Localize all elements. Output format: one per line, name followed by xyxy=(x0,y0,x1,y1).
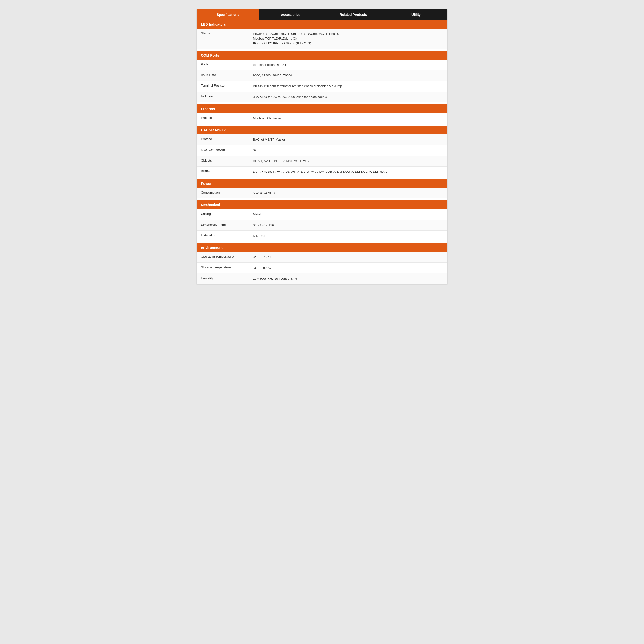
spec-value: Modbus TCP Server xyxy=(249,113,447,124)
section-header-environment: Environment xyxy=(197,243,447,252)
spec-row: ProtocolBACnet MS/TP Master xyxy=(197,134,447,145)
spec-row: ObjectsAI, AO, AV, BI, BO, BV, MSI, MSO,… xyxy=(197,156,447,167)
spec-row: ProtocolModbus TCP Server xyxy=(197,113,447,124)
spec-label: Humidity xyxy=(197,273,249,284)
section-gap xyxy=(197,241,447,243)
spec-value: -30 ~ +80 °C xyxy=(249,263,447,273)
spec-value: BACnet MS/TP Master xyxy=(249,134,447,145)
spec-row: BIBBsDS-RP-A, DS-RPM-A, DS-WP-A, DS-WPM-… xyxy=(197,167,447,177)
spec-value: 33 x 120 x 116 xyxy=(249,220,447,230)
section-header-led-indicators: LED Indicators xyxy=(197,20,447,29)
spec-row: Humidity10 ~ 90% RH, Non-condensing xyxy=(197,273,447,284)
spec-label: Dimensions (mm) xyxy=(197,220,249,230)
section-gap xyxy=(197,198,447,200)
spec-value: Built-in 120 ohm terminator resistor, en… xyxy=(249,81,447,91)
specs-content: LED IndicatorsStatusPower (1), BACnet MS… xyxy=(197,20,447,284)
main-container: SpecificationsAccessoriesRelated Product… xyxy=(197,9,447,284)
spec-row: Baud Rate9600, 19200, 38400, 76800 xyxy=(197,70,447,81)
tab-specifications[interactable]: Specifications xyxy=(197,9,259,20)
spec-value: 10 ~ 90% RH, Non-condensing xyxy=(249,273,447,284)
spec-label: Max. Connection xyxy=(197,145,249,155)
section-gap xyxy=(197,124,447,126)
tab-bar: SpecificationsAccessoriesRelated Product… xyxy=(197,9,447,20)
spec-label: Storage Temperature xyxy=(197,263,249,273)
spec-value: DS-RP-A, DS-RPM-A, DS-WP-A, DS-WPM-A, DM… xyxy=(249,167,447,177)
section-header-ethernet: Ethernet xyxy=(197,104,447,113)
spec-label: Protocol xyxy=(197,113,249,124)
tab-related-products[interactable]: Related Products xyxy=(322,9,385,20)
spec-label: Protocol xyxy=(197,134,249,145)
spec-value: 9600, 19200, 38400, 76800 xyxy=(249,70,447,81)
spec-label: Objects xyxy=(197,156,249,166)
spec-label: Ports xyxy=(197,60,249,70)
spec-value: Power (1), BACnet MS/TP Status (1), BACn… xyxy=(249,29,447,49)
section-gap xyxy=(197,102,447,104)
spec-row: Operating Temperature-25 ~ +75 °C xyxy=(197,252,447,263)
spec-label: Installation xyxy=(197,231,249,241)
spec-row: StatusPower (1), BACnet MS/TP Status (1)… xyxy=(197,29,447,49)
spec-label: Isolation xyxy=(197,92,249,102)
spec-label: Baud Rate xyxy=(197,70,249,81)
spec-label: Consumption xyxy=(197,188,249,198)
section-header-power: Power xyxy=(197,179,447,188)
spec-label: Casing xyxy=(197,209,249,220)
spec-row: Terminal ResistorBuilt-in 120 ohm termin… xyxy=(197,81,447,92)
section-header-com-ports: COM Ports xyxy=(197,51,447,60)
spec-value: 3 kV VDC for DC to DC, 2500 Vrms for pho… xyxy=(249,92,447,102)
spec-label: Terminal Resistor xyxy=(197,81,249,91)
spec-value: termninal block(D+, D-) xyxy=(249,60,447,70)
spec-label: BIBBs xyxy=(197,167,249,177)
spec-label: Operating Temperature xyxy=(197,252,249,262)
spec-value: AI, AO, AV, BI, BO, BV, MSI, MSO, MSV xyxy=(249,156,447,166)
spec-value: DIN-Rail xyxy=(249,231,447,241)
tab-utility[interactable]: Utility xyxy=(385,9,447,20)
section-header-mechanical: Mechanical xyxy=(197,200,447,209)
spec-row: Consumption5 W @ 24 VDC xyxy=(197,188,447,198)
tab-accessories[interactable]: Accessories xyxy=(259,9,322,20)
spec-row: Dimensions (mm)33 x 120 x 116 xyxy=(197,220,447,231)
spec-row: InstallationDIN-Rail xyxy=(197,231,447,241)
spec-row: CasingMetal xyxy=(197,209,447,220)
spec-value: Metal xyxy=(249,209,447,220)
section-gap xyxy=(197,49,447,51)
spec-row: Isolation3 kV VDC for DC to DC, 2500 Vrm… xyxy=(197,92,447,102)
spec-value: -25 ~ +75 °C xyxy=(249,252,447,262)
spec-value: 5 W @ 24 VDC xyxy=(249,188,447,198)
spec-value: 32 xyxy=(249,145,447,155)
spec-row: Portstermninal block(D+, D-) xyxy=(197,60,447,70)
section-header-bacnet-mstp: BACnet MS/TP xyxy=(197,126,447,134)
spec-row: Storage Temperature-30 ~ +80 °C xyxy=(197,263,447,273)
spec-label: Status xyxy=(197,29,249,49)
section-gap xyxy=(197,177,447,179)
spec-row: Max. Connection32 xyxy=(197,145,447,156)
